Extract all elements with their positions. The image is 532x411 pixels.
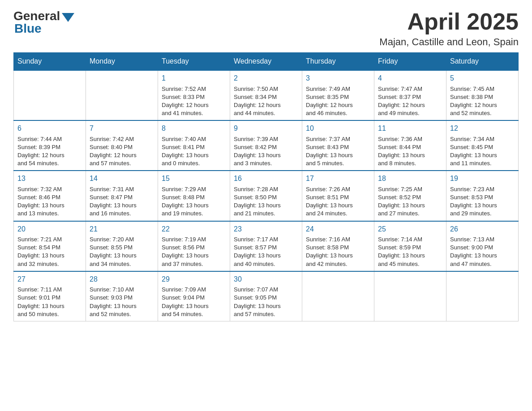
weekday-header-friday: Friday <box>374 53 446 71</box>
calendar-cell: 21Sunrise: 7:20 AMSunset: 8:55 PMDayligh… <box>86 221 158 271</box>
day-info: Sunset: 9:00 PM <box>450 244 515 252</box>
day-number: 22 <box>162 224 226 234</box>
calendar-cell: 19Sunrise: 7:23 AMSunset: 8:53 PMDayligh… <box>446 171 519 221</box>
day-number: 15 <box>162 174 226 184</box>
day-info: Sunset: 9:01 PM <box>17 294 82 302</box>
day-number: 1 <box>162 73 226 83</box>
day-info: and 29 minutes. <box>450 210 515 218</box>
day-info: Sunset: 8:54 PM <box>17 244 82 252</box>
calendar-cell: 10Sunrise: 7:37 AMSunset: 8:43 PMDayligh… <box>302 120 374 171</box>
day-info: and 47 minutes. <box>450 260 515 268</box>
day-number: 19 <box>450 174 515 184</box>
day-info: Daylight: 13 hours <box>378 252 442 260</box>
calendar-cell <box>86 70 158 120</box>
day-info: Daylight: 12 hours <box>17 151 82 159</box>
day-info: Sunrise: 7:29 AM <box>162 185 226 193</box>
day-info: and 50 minutes. <box>17 310 82 318</box>
day-info: Sunset: 9:03 PM <box>90 294 154 302</box>
calendar-cell: 20Sunrise: 7:21 AMSunset: 8:54 PMDayligh… <box>14 221 86 271</box>
calendar-cell: 4Sunrise: 7:47 AMSunset: 8:37 PMDaylight… <box>374 70 446 120</box>
day-number: 13 <box>17 174 82 184</box>
day-number: 29 <box>162 274 226 284</box>
day-info: Daylight: 13 hours <box>17 302 82 310</box>
day-info: Sunset: 8:38 PM <box>450 93 515 101</box>
day-info: Sunrise: 7:39 AM <box>234 135 298 143</box>
day-info: and 54 minutes. <box>17 159 82 167</box>
day-number: 7 <box>90 124 154 133</box>
day-info: Sunrise: 7:11 AM <box>17 286 82 294</box>
calendar-cell <box>446 271 519 321</box>
day-info: Daylight: 13 hours <box>162 252 226 260</box>
day-info: Sunrise: 7:25 AM <box>378 185 442 193</box>
calendar-cell: 28Sunrise: 7:10 AMSunset: 9:03 PMDayligh… <box>86 271 158 321</box>
day-info: Sunrise: 7:13 AM <box>450 235 515 244</box>
calendar-cell: 1Sunrise: 7:52 AMSunset: 8:33 PMDaylight… <box>158 70 230 120</box>
calendar-cell: 11Sunrise: 7:36 AMSunset: 8:44 PMDayligh… <box>374 120 446 171</box>
calendar-cell <box>302 271 374 321</box>
day-info: and 52 minutes. <box>90 310 154 318</box>
day-info: Daylight: 13 hours <box>234 201 298 210</box>
day-info: Sunrise: 7:31 AM <box>90 185 154 193</box>
day-info: Sunset: 8:53 PM <box>450 193 515 201</box>
calendar-cell: 14Sunrise: 7:31 AMSunset: 8:47 PMDayligh… <box>86 171 158 221</box>
day-info: Daylight: 13 hours <box>90 252 154 260</box>
day-info: Sunset: 8:35 PM <box>306 93 370 101</box>
day-info: Daylight: 13 hours <box>17 252 82 260</box>
day-info: Daylight: 13 hours <box>234 302 298 310</box>
day-info: Sunrise: 7:42 AM <box>90 135 154 143</box>
day-info: Sunrise: 7:19 AM <box>162 235 226 244</box>
day-number: 9 <box>234 124 298 133</box>
day-info: Daylight: 12 hours <box>378 101 442 109</box>
day-number: 11 <box>378 124 442 133</box>
day-info: Sunset: 8:42 PM <box>234 143 298 151</box>
day-info: Sunset: 9:05 PM <box>234 294 298 302</box>
day-info: Sunset: 8:57 PM <box>234 244 298 252</box>
day-info: Daylight: 13 hours <box>450 151 515 159</box>
page-header: General Blue April 2025 Majan, Castille … <box>13 9 519 48</box>
day-info: Sunset: 8:45 PM <box>450 143 515 151</box>
day-info: Daylight: 12 hours <box>306 101 370 109</box>
day-number: 28 <box>90 274 154 284</box>
day-info: Daylight: 13 hours <box>306 252 370 260</box>
day-info: Daylight: 13 hours <box>17 201 82 210</box>
day-info: Daylight: 12 hours <box>90 151 154 159</box>
day-info: Sunrise: 7:45 AM <box>450 85 515 93</box>
day-number: 17 <box>306 174 370 184</box>
day-number: 6 <box>17 124 82 133</box>
day-info: Sunset: 8:55 PM <box>90 244 154 252</box>
day-info: Sunset: 8:43 PM <box>306 143 370 151</box>
day-info: and 34 minutes. <box>90 260 154 268</box>
calendar-cell: 8Sunrise: 7:40 AMSunset: 8:41 PMDaylight… <box>158 120 230 171</box>
calendar-cell: 2Sunrise: 7:50 AMSunset: 8:34 PMDaylight… <box>230 70 302 120</box>
day-number: 20 <box>17 224 82 234</box>
day-info: and 41 minutes. <box>162 109 226 117</box>
day-info: Sunset: 8:39 PM <box>17 143 82 151</box>
calendar-cell: 18Sunrise: 7:25 AMSunset: 8:52 PMDayligh… <box>374 171 446 221</box>
month-title: April 2025 <box>379 9 519 34</box>
location-title: Majan, Castille and Leon, Spain <box>379 36 519 48</box>
day-number: 5 <box>450 73 515 83</box>
weekday-header-saturday: Saturday <box>446 53 519 71</box>
day-info: Sunset: 8:51 PM <box>306 193 370 201</box>
calendar-header-row: SundayMondayTuesdayWednesdayThursdayFrid… <box>14 53 519 71</box>
week-row-4: 20Sunrise: 7:21 AMSunset: 8:54 PMDayligh… <box>14 221 519 271</box>
day-info: and 57 minutes. <box>234 310 298 318</box>
day-info: Sunset: 8:44 PM <box>378 143 442 151</box>
day-info: and 19 minutes. <box>162 210 226 218</box>
day-info: Sunrise: 7:28 AM <box>234 185 298 193</box>
day-info: Sunrise: 7:17 AM <box>234 235 298 244</box>
day-info: and 24 minutes. <box>306 210 370 218</box>
day-info: Daylight: 13 hours <box>378 201 442 210</box>
day-info: Sunset: 9:04 PM <box>162 294 226 302</box>
day-number: 4 <box>378 73 442 83</box>
day-info: Sunset: 8:59 PM <box>378 244 442 252</box>
calendar-cell: 5Sunrise: 7:45 AMSunset: 8:38 PMDaylight… <box>446 70 519 120</box>
day-info: and 32 minutes. <box>17 260 82 268</box>
calendar-cell: 22Sunrise: 7:19 AMSunset: 8:56 PMDayligh… <box>158 221 230 271</box>
day-number: 2 <box>234 73 298 83</box>
weekday-header-monday: Monday <box>86 53 158 71</box>
day-number: 25 <box>378 224 442 234</box>
logo-arrow-icon <box>62 13 74 22</box>
day-info: Daylight: 13 hours <box>162 302 226 310</box>
calendar-cell: 3Sunrise: 7:49 AMSunset: 8:35 PMDaylight… <box>302 70 374 120</box>
